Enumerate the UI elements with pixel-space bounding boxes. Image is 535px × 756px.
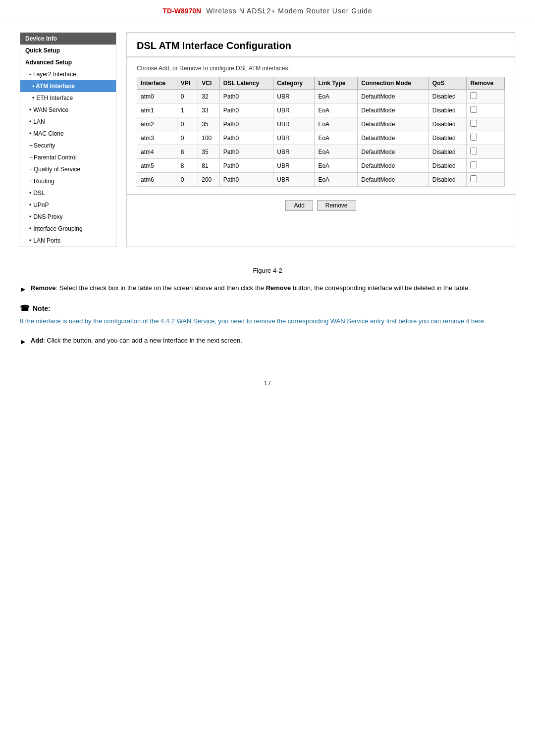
remove-checkbox[interactable]: [470, 106, 477, 113]
table-row: atm5881Path0UBREoADefaultModeDisabled: [137, 159, 505, 173]
cell-dsl_latency: Path0: [219, 145, 273, 159]
page-header: TD-W8970N Wireless N ADSL2+ Modem Router…: [0, 0, 535, 22]
cell-category: UBR: [273, 173, 315, 187]
cell-vpi: 1: [177, 103, 198, 117]
cell-link_type: EoA: [315, 145, 358, 159]
sidebar-item-quick-setup[interactable]: Quick Setup: [20, 45, 116, 56]
sidebar-item-eth-interface[interactable]: ETH Interface: [20, 92, 116, 104]
cell-dsl_latency: Path0: [219, 103, 273, 117]
cell-dsl_latency: Path0: [219, 131, 273, 145]
sidebar-item-atm-interface[interactable]: • ATM Interface: [20, 80, 116, 92]
table-row: atm1133Path0UBREoADefaultModeDisabled: [137, 103, 505, 117]
cell-remove: [467, 90, 505, 103]
remove-checkbox[interactable]: [470, 92, 477, 99]
table-row: atm60200Path0UBREoADefaultModeDisabled: [137, 173, 505, 187]
note-icon: ☎: [20, 303, 30, 313]
sidebar-item-dsl[interactable]: DSL: [20, 187, 116, 199]
cell-link_type: EoA: [315, 90, 358, 103]
content-area: DSL ATM Interface Configuration Choose A…: [126, 32, 515, 247]
sidebar-item-device-info[interactable]: Device Info: [20, 33, 116, 45]
cell-interface: atm5: [137, 159, 177, 173]
note-section: ☎ Note: If the interface is used by the …: [20, 303, 515, 327]
cell-qos: Disabled: [428, 131, 467, 145]
sidebar-item-routing[interactable]: Routing: [20, 175, 116, 187]
cell-qos: Disabled: [428, 90, 467, 103]
cell-remove: [467, 117, 505, 131]
remove-button[interactable]: Remove: [317, 200, 356, 211]
figure-caption: Figure 4-2: [20, 267, 515, 274]
remove-checkbox[interactable]: [470, 161, 477, 168]
cell-remove: [467, 131, 505, 145]
cell-vci: 33: [198, 103, 219, 117]
add-button[interactable]: Add: [285, 200, 313, 211]
cell-dsl_latency: Path0: [219, 159, 273, 173]
sidebar-item-layer2-interface[interactable]: Layer2 Interface: [20, 68, 116, 80]
cell-connection_mode: DefaultMode: [358, 159, 429, 173]
cell-vci: 81: [198, 159, 219, 173]
sidebar-item-lan[interactable]: LAN: [20, 116, 116, 128]
remove-checkbox[interactable]: [470, 148, 477, 154]
col-header-interface: Interface: [137, 77, 177, 90]
cell-qos: Disabled: [428, 117, 467, 131]
sidebar-item-parental-control[interactable]: Parental Control: [20, 151, 116, 163]
cell-vpi: 8: [177, 145, 198, 159]
page-number: 17: [0, 379, 535, 387]
cell-category: UBR: [273, 131, 315, 145]
cell-dsl_latency: Path0: [219, 117, 273, 131]
cell-link_type: EoA: [315, 159, 358, 173]
cell-qos: Disabled: [428, 173, 467, 187]
arrow-icon: ►: [20, 284, 27, 295]
cell-link_type: EoA: [315, 117, 358, 131]
cell-category: UBR: [273, 103, 315, 117]
sidebar-item-dns-proxy[interactable]: DNS Proxy: [20, 211, 116, 223]
cell-vci: 100: [198, 131, 219, 145]
wan-service-link[interactable]: 4.4.2 WAN Service: [160, 317, 214, 325]
cell-vpi: 0: [177, 90, 198, 103]
config-description: Choose Add, or Remove to configure DSL A…: [137, 65, 505, 72]
sidebar-item-mac-clone[interactable]: MAC Clone: [20, 128, 116, 140]
cell-vci: 32: [198, 90, 219, 103]
cell-category: UBR: [273, 159, 315, 173]
sidebar-item-advanced-setup[interactable]: Advanced Setup: [20, 56, 116, 68]
cell-category: UBR: [273, 145, 315, 159]
cell-dsl_latency: Path0: [219, 173, 273, 187]
cell-vpi: 8: [177, 159, 198, 173]
cell-category: UBR: [273, 117, 315, 131]
cell-remove: [467, 159, 505, 173]
remove-para-text: Remove: Select the check box in the tabl…: [31, 283, 470, 294]
cell-connection_mode: DefaultMode: [358, 131, 429, 145]
note-label: ☎ Note:: [20, 303, 515, 313]
cell-vci: 35: [198, 145, 219, 159]
cell-interface: atm4: [137, 145, 177, 159]
sidebar-item-lan-ports[interactable]: LAN Ports: [20, 235, 116, 247]
add-para-text: Add: Click the button, and you can add a…: [31, 336, 242, 346]
sidebar-item-quality-of-service[interactable]: Quality of Service: [20, 163, 116, 175]
remove-checkbox[interactable]: [470, 175, 477, 182]
col-header-remove: Remove: [467, 77, 505, 90]
cell-link_type: EoA: [315, 131, 358, 145]
header-title: Wireless N ADSL2+ Modem Router User Guid…: [206, 7, 373, 15]
col-header-dsl-latency: DSL Latency: [219, 77, 273, 90]
sidebar: Device Info Quick Setup Advanced Setup L…: [20, 32, 116, 247]
cell-interface: atm2: [137, 117, 177, 131]
cell-link_type: EoA: [315, 173, 358, 187]
cell-vpi: 0: [177, 131, 198, 145]
cell-qos: Disabled: [428, 159, 467, 173]
cell-qos: Disabled: [428, 145, 467, 159]
cell-link_type: EoA: [315, 103, 358, 117]
sidebar-item-interface-grouping[interactable]: Interface Grouping: [20, 223, 116, 235]
remove-checkbox[interactable]: [470, 134, 477, 141]
col-header-category: Category: [273, 77, 315, 90]
note-label-text: Note:: [33, 304, 51, 312]
cell-vpi: 0: [177, 117, 198, 131]
sidebar-item-security[interactable]: Security: [20, 140, 116, 151]
add-bold-label: Add: [31, 337, 43, 344]
table-footer: Add Remove: [127, 194, 515, 216]
cell-dsl_latency: Path0: [219, 90, 273, 103]
remove-checkbox[interactable]: [470, 120, 477, 127]
cell-interface: atm3: [137, 131, 177, 145]
sidebar-item-upnp[interactable]: UPnP: [20, 199, 116, 211]
cell-connection_mode: DefaultMode: [358, 145, 429, 159]
sidebar-item-wan-service[interactable]: WAN Service: [20, 104, 116, 116]
cell-remove: [467, 145, 505, 159]
